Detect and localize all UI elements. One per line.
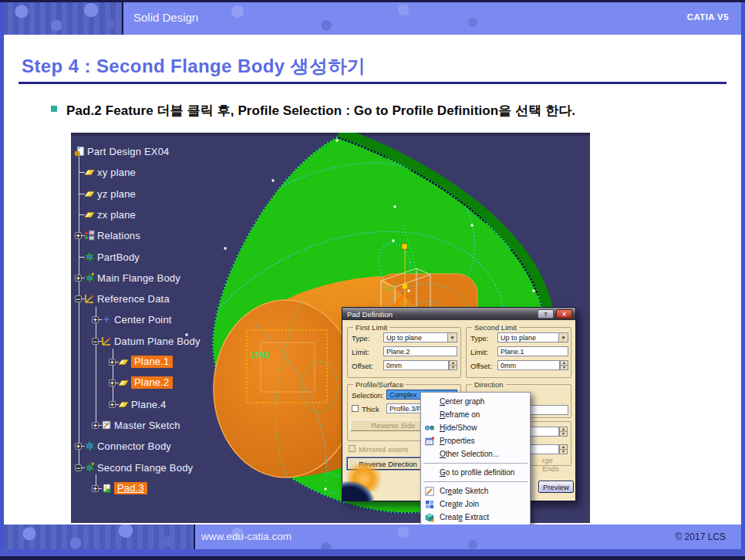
menu-item-create-sketch[interactable]: Create Sketch bbox=[421, 484, 530, 498]
tree-item-label: Pad.3 bbox=[114, 482, 147, 494]
expand-icon[interactable]: + bbox=[75, 275, 82, 282]
type-label: Type: bbox=[470, 334, 488, 342]
menu-item-go-to-profile-definition[interactable]: Go to profile definition bbox=[421, 466, 530, 479]
create-extract-icon bbox=[425, 513, 436, 522]
tree-item-label: Connector Body bbox=[97, 440, 171, 452]
footer-pattern bbox=[2, 525, 194, 550]
tree-item-zx-plane[interactable]: zx plane bbox=[84, 207, 136, 221]
close-button[interactable]: ✕ bbox=[556, 309, 572, 319]
tree-item-relations[interactable]: +fxRelations bbox=[75, 228, 140, 242]
collapse-icon[interactable]: − bbox=[75, 295, 82, 302]
tree-item-partbody[interactable]: PartBody bbox=[84, 250, 140, 264]
reference-data-icon bbox=[84, 293, 95, 304]
title-underline bbox=[19, 82, 726, 84]
tree-item-second-flange-body[interactable]: −+Second Flange Body bbox=[75, 460, 193, 474]
menu-item-hide-show[interactable]: Hide/Show bbox=[421, 421, 530, 434]
menu-item-reframe-on[interactable]: Reframe on bbox=[421, 408, 530, 421]
tree-item-reference-data[interactable]: −Reference Data bbox=[75, 292, 170, 305]
collapse-icon[interactable]: − bbox=[92, 338, 99, 345]
menu-item-create-join[interactable]: Create Join bbox=[421, 498, 530, 511]
thick-checkbox[interactable] bbox=[352, 405, 359, 412]
tree-item-label: Part Design EX04 bbox=[87, 146, 170, 157]
catia-screenshot: LIM1 Part Design EX04xy planeyz planezx … bbox=[71, 133, 590, 523]
sketch-icon bbox=[101, 420, 112, 430]
menu-item-other-selection[interactable]: Other Selection... bbox=[421, 447, 530, 460]
expand-icon[interactable]: + bbox=[92, 316, 99, 323]
menu-icon-spacer bbox=[425, 468, 436, 477]
thickness1-spinner[interactable]: ▲▼ bbox=[559, 427, 568, 437]
menu-item-label: Other Selection... bbox=[440, 450, 499, 458]
second-limit-offset-field[interactable]: 0mm bbox=[497, 360, 560, 370]
tree-item-plane-1[interactable]: +Plane.1 bbox=[109, 355, 173, 369]
plane-icon bbox=[84, 167, 95, 177]
body-icon bbox=[84, 251, 95, 262]
offset-spinner[interactable]: ▲▼ bbox=[560, 360, 568, 370]
point-icon bbox=[101, 314, 112, 325]
menu-icon-spacer bbox=[425, 450, 436, 459]
tree-item-label: yz plane bbox=[97, 188, 136, 200]
tree-item-label: xy plane bbox=[97, 167, 136, 178]
second-limit-limit-field[interactable]: Plane.1 bbox=[497, 346, 568, 356]
menu-item-properties[interactable]: Properties bbox=[421, 434, 530, 447]
expand-icon[interactable]: + bbox=[109, 401, 116, 408]
footer-site-link[interactable]: www.edu-catia.com bbox=[201, 531, 292, 542]
slide-border-bottom bbox=[0, 556, 745, 560]
relations-icon: fx bbox=[84, 230, 95, 241]
tree-item-connector-body[interactable]: +Connector Body bbox=[75, 439, 171, 453]
tree-item-center-point[interactable]: +Center Point bbox=[92, 312, 172, 326]
menu-item-create-extract[interactable]: Create Extract bbox=[421, 511, 530, 524]
first-limit-offset-field[interactable]: 0mm bbox=[383, 360, 449, 370]
reference-data-icon bbox=[101, 336, 112, 346]
second-limit-group: Second Limit Type: Up to plane ▼ Limit: … bbox=[466, 327, 571, 378]
first-limit-limit-field[interactable]: Plane.2 bbox=[383, 346, 457, 356]
tree-item-yz-plane[interactable]: yz plane bbox=[84, 187, 136, 201]
tree-item-plane-4[interactable]: +Plane.4 bbox=[109, 397, 167, 411]
expand-icon[interactable]: + bbox=[109, 359, 116, 366]
second-limit-type-combo[interactable]: Up to plane ▼ bbox=[497, 332, 568, 342]
footer-bar: www.edu-catia.com © 2017 LCS bbox=[2, 525, 743, 550]
expand-icon[interactable]: + bbox=[75, 443, 82, 450]
tree-item-label: Main Flange Body bbox=[97, 272, 180, 284]
chevron-down-icon[interactable]: ▼ bbox=[558, 333, 568, 342]
tree-item-xy-plane[interactable]: xy plane bbox=[84, 165, 136, 179]
menu-separator bbox=[423, 463, 528, 464]
create-sketch-icon bbox=[425, 487, 436, 496]
menu-item-center-graph[interactable]: Center graph bbox=[421, 395, 530, 408]
menu-item-label: Center graph bbox=[440, 397, 484, 406]
tree-item-master-sketch[interactable]: +Master Sketch bbox=[92, 418, 180, 432]
plane-icon bbox=[118, 356, 129, 367]
collapse-icon[interactable]: − bbox=[75, 464, 82, 471]
tree-item-label: Plane.1 bbox=[131, 356, 173, 368]
slide-border-top bbox=[0, 0, 745, 2]
tree-item-label: zx plane bbox=[97, 209, 136, 221]
plane-icon bbox=[84, 188, 95, 199]
tree-item-plane-2[interactable]: +Plane.2 bbox=[109, 376, 173, 390]
chevron-down-icon[interactable]: ▼ bbox=[447, 333, 457, 342]
type-label: Type: bbox=[352, 334, 369, 342]
bullet-marker-icon bbox=[51, 106, 57, 112]
thickness2-spinner[interactable]: ▲▼ bbox=[559, 444, 568, 454]
expand-icon[interactable]: + bbox=[92, 422, 99, 429]
tree-item-datum-plane-body[interactable]: −Datum Plane Body bbox=[92, 334, 201, 348]
tree-item-label: Center Point bbox=[114, 314, 172, 326]
menu-separator bbox=[423, 481, 528, 482]
body-plus-icon: + bbox=[84, 272, 95, 283]
preview-button[interactable]: Preview bbox=[538, 481, 574, 493]
expand-icon[interactable]: + bbox=[92, 485, 99, 492]
expand-icon[interactable]: + bbox=[75, 232, 82, 239]
footer-divider bbox=[194, 525, 195, 550]
offset-spinner[interactable]: ▲▼ bbox=[449, 360, 457, 370]
tree-item-part-design-ex04[interactable]: Part Design EX04 bbox=[74, 144, 170, 158]
mirrored-extent-checkbox[interactable] bbox=[349, 445, 356, 452]
expand-icon[interactable]: + bbox=[109, 380, 116, 386]
slide-border-right bbox=[741, 2, 745, 557]
connector-body-icon bbox=[84, 440, 95, 451]
first-limit-type-combo[interactable]: Up to plane ▼ bbox=[383, 332, 457, 342]
group-legend: Second Limit bbox=[472, 323, 519, 332]
header-title: Solid Design bbox=[133, 11, 198, 24]
help-button[interactable]: ? bbox=[538, 309, 554, 319]
tree-item-main-flange-body[interactable]: ++Main Flange Body bbox=[75, 271, 180, 285]
tree-item-pad-3[interactable]: +Pad.3 bbox=[92, 481, 147, 495]
tree-item-label: Reference Data bbox=[97, 293, 170, 305]
offset-label: Offset: bbox=[352, 362, 373, 370]
